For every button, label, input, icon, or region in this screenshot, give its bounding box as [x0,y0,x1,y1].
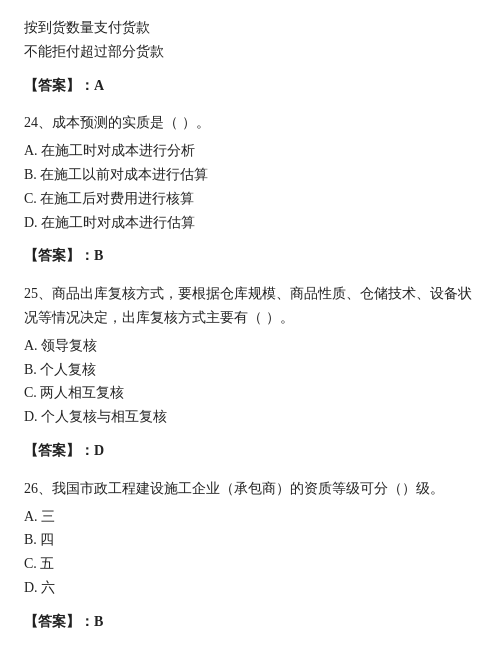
question-25-option-a: A. 领导复核 [24,334,476,358]
answer-23: 【答案】：A [24,74,476,98]
answer-26: 【答案】：B [24,610,476,634]
question-24-text: 24、成本预测的实质是（ ）。 [24,111,476,135]
question-26-option-b: B. 四 [24,528,476,552]
question-25-option-d: D. 个人复核与相互复核 [24,405,476,429]
question-25-option-c: C. 两人相互复核 [24,381,476,405]
question-26-option-a: A. 三 [24,505,476,529]
question-26-option-d: D. 六 [24,576,476,600]
question-24-option-b: B. 在施工以前对成本进行估算 [24,163,476,187]
option-c: 按到货数量支付货款 [24,16,476,40]
answer-label-23: 【答案】：A [24,78,104,93]
question-26-option-c: C. 五 [24,552,476,576]
answer-label-25: 【答案】：D [24,443,104,458]
question-25: 25、商品出库复核方式，要根据仓库规模、商品性质、仓储技术、设备状况等情况决定，… [24,282,476,429]
question-25-text: 25、商品出库复核方式，要根据仓库规模、商品性质、仓储技术、设备状况等情况决定，… [24,282,476,330]
question-23-partial: 按到货数量支付货款 不能拒付超过部分货款 [24,16,476,64]
question-24: 24、成本预测的实质是（ ）。 A. 在施工时对成本进行分析 B. 在施工以前对… [24,111,476,234]
answer-25: 【答案】：D [24,439,476,463]
answer-label-26: 【答案】：B [24,614,103,629]
answer-label-24: 【答案】：B [24,248,103,263]
question-24-option-d: D. 在施工时对成本进行估算 [24,211,476,235]
question-26: 26、我国市政工程建设施工企业（承包商）的资质等级可分（）级。 A. 三 B. … [24,477,476,600]
question-25-option-b: B. 个人复核 [24,358,476,382]
question-24-option-c: C. 在施工后对费用进行核算 [24,187,476,211]
option-d: 不能拒付超过部分货款 [24,40,476,64]
question-24-option-a: A. 在施工时对成本进行分析 [24,139,476,163]
answer-24: 【答案】：B [24,244,476,268]
question-26-text: 26、我国市政工程建设施工企业（承包商）的资质等级可分（）级。 [24,477,476,501]
